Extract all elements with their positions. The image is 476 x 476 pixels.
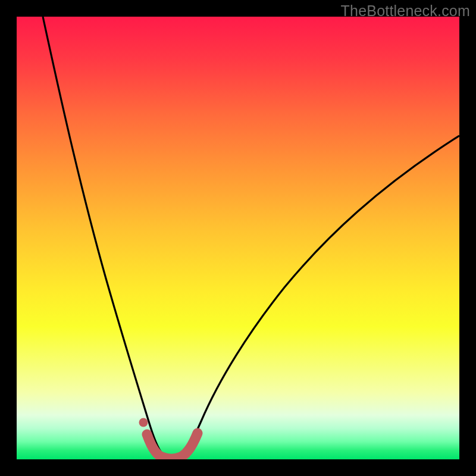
watermark-text: TheBottleneck.com	[341, 2, 470, 20]
bottleneck-chart	[17, 17, 459, 459]
plot-frame	[17, 17, 459, 459]
curve-path	[43, 17, 459, 458]
highlight-dot	[139, 418, 148, 427]
